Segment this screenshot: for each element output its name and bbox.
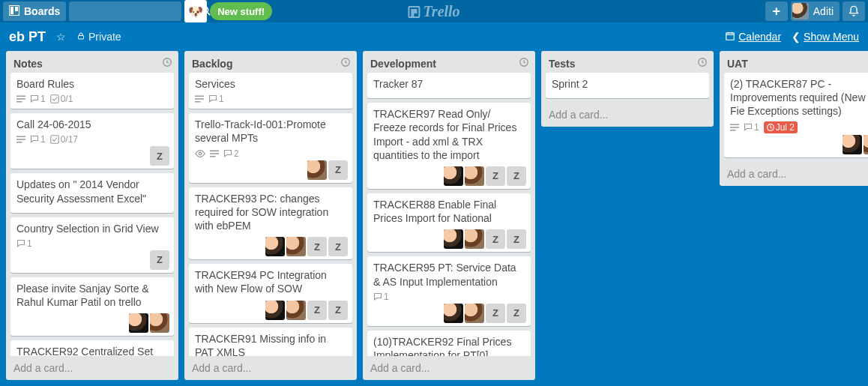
member-avatar[interactable] xyxy=(444,229,463,249)
add-card-button[interactable]: Add a card... xyxy=(184,356,357,380)
boards-label: Boards xyxy=(24,5,60,17)
list-cards: (2) TRACKER87 PC - Improvements required… xyxy=(720,73,868,162)
svg-rect-1 xyxy=(10,7,13,14)
card[interactable]: Sprint 2 xyxy=(546,73,709,98)
card[interactable]: TRACKER94 PC Integration with New Flow o… xyxy=(189,264,352,322)
card[interactable]: Services1 xyxy=(189,73,352,109)
member-initial[interactable]: Z xyxy=(486,166,505,186)
svg-point-23 xyxy=(199,152,202,155)
star-icon[interactable]: ☆ xyxy=(56,31,66,43)
svg-rect-25 xyxy=(210,153,219,154)
create-button[interactable]: + xyxy=(765,1,788,21)
card-members: Z xyxy=(150,146,169,166)
board-name[interactable]: eb PT xyxy=(9,29,46,45)
card[interactable]: Board Rules10/1 xyxy=(10,73,174,109)
list-header[interactable]: Notes xyxy=(6,51,178,73)
member-initial[interactable]: Z xyxy=(328,160,348,180)
card[interactable]: (10)TRACKER92 Final Prices Implementatio… xyxy=(367,331,531,356)
svg-rect-22 xyxy=(195,101,201,103)
member-initial[interactable]: Z xyxy=(307,237,327,256)
card[interactable]: (2) TRACKER87 PC - Improvements required… xyxy=(724,73,868,157)
svg-rect-6 xyxy=(726,32,735,39)
member-initial[interactable]: Z xyxy=(507,229,526,249)
list-menu-icon[interactable] xyxy=(340,57,351,70)
member-initial[interactable]: Z xyxy=(328,301,348,320)
card[interactable]: TRACKER95 PT: Service Data & AS Input Im… xyxy=(367,256,531,325)
member-avatar[interactable] xyxy=(465,166,484,186)
member-initial[interactable]: Z xyxy=(486,229,505,249)
add-card-button[interactable]: Add a card... xyxy=(720,162,868,186)
card[interactable]: Please invite Sanjay Sorte & Rahul Kumar… xyxy=(10,277,174,336)
list-header[interactable]: Development xyxy=(363,51,535,73)
list-menu-icon[interactable] xyxy=(162,57,172,70)
card[interactable]: TRACKER93 PC: changes required for SOW i… xyxy=(189,187,352,260)
member-avatar[interactable] xyxy=(150,313,169,333)
member-avatar[interactable] xyxy=(843,135,862,154)
logo[interactable]: Trello xyxy=(408,3,459,20)
member-avatar[interactable] xyxy=(444,304,463,323)
show-menu-link[interactable]: ❮ Show Menu xyxy=(792,31,859,43)
card[interactable]: TRACKER91 Missing info in PAT XMLSZ xyxy=(189,328,352,357)
member-avatar[interactable] xyxy=(286,237,306,256)
card[interactable]: Updates on " 2014 Vendor Security Assess… xyxy=(10,173,174,212)
list: NotesBoard Rules10/1Call 24-06-201510/17… xyxy=(6,51,178,380)
list-cards: Board Rules10/1Call 24-06-201510/17ZUpda… xyxy=(6,73,178,356)
add-card-button[interactable]: Add a card... xyxy=(363,356,535,380)
privacy-button[interactable]: Private xyxy=(76,31,121,43)
card-members xyxy=(129,313,169,333)
user-menu[interactable]: Aditi xyxy=(791,1,840,21)
add-card-button[interactable]: Add a card... xyxy=(541,103,714,127)
comments-badge: 1 xyxy=(16,238,32,249)
topbar-right: + Aditi xyxy=(765,1,865,21)
svg-rect-21 xyxy=(195,98,204,100)
svg-rect-18 xyxy=(50,136,58,144)
list-header[interactable]: Backlog xyxy=(184,51,357,73)
member-avatar[interactable] xyxy=(286,301,306,320)
member-avatar[interactable] xyxy=(265,301,285,320)
list-menu-icon[interactable] xyxy=(697,57,708,70)
add-card-button[interactable]: Add a card... xyxy=(6,356,178,380)
member-avatar[interactable] xyxy=(307,160,327,180)
card[interactable]: Country Selection in Grid View1Z xyxy=(10,217,174,273)
member-avatar[interactable] xyxy=(465,229,484,249)
new-stuff-badge[interactable]: New stuff! xyxy=(210,2,272,20)
card[interactable]: Trello-Track-Id-001:Promote several MPTs… xyxy=(189,113,352,182)
board-canvas: NotesBoard Rules10/1Call 24-06-201510/17… xyxy=(0,51,868,386)
member-initial[interactable]: Z xyxy=(328,237,348,256)
notifications-button[interactable] xyxy=(843,1,865,21)
member-initial[interactable]: Z xyxy=(150,250,169,270)
privacy-label: Private xyxy=(88,31,121,43)
checklist-badge: 0/1 xyxy=(50,94,73,104)
list-header[interactable]: Tests xyxy=(541,51,714,73)
boards-button[interactable]: Boards xyxy=(3,1,66,21)
card[interactable]: TRACKER97 Read Only/ Freeze records for … xyxy=(367,103,531,189)
member-avatar[interactable] xyxy=(444,166,463,186)
svg-rect-32 xyxy=(730,130,736,131)
card[interactable]: TRACKER92 Centralized Set Up Traffic xyxy=(10,340,174,356)
card-members: ZZ xyxy=(265,301,348,320)
member-initial[interactable]: Z xyxy=(150,146,169,166)
mascot-icon[interactable]: 🐶 xyxy=(184,0,207,22)
member-initial[interactable]: Z xyxy=(507,166,526,186)
description-icon xyxy=(210,149,219,158)
member-initial[interactable]: Z xyxy=(486,304,505,323)
search-box[interactable] xyxy=(69,1,181,21)
boards-icon xyxy=(9,5,19,18)
card[interactable]: Tracker 87 xyxy=(367,73,531,98)
member-avatar[interactable] xyxy=(864,135,868,154)
member-avatar[interactable] xyxy=(265,237,285,256)
member-avatar[interactable] xyxy=(129,313,148,333)
search-input[interactable] xyxy=(73,6,200,17)
card-title: Updates on " 2014 Vendor Security Assess… xyxy=(16,178,168,205)
card[interactable]: TRACKER88 Enable Final Prices Import for… xyxy=(367,193,531,252)
list-menu-icon[interactable] xyxy=(519,57,529,70)
svg-rect-24 xyxy=(210,150,219,151)
logo-text: Trello xyxy=(423,3,459,20)
list-header[interactable]: UAT xyxy=(720,51,868,73)
calendar-link[interactable]: Calendar xyxy=(725,31,781,43)
user-name: Aditi xyxy=(813,5,834,17)
member-initial[interactable]: Z xyxy=(307,301,327,320)
member-initial[interactable]: Z xyxy=(507,304,526,323)
card[interactable]: Call 24-06-201510/17Z xyxy=(10,113,174,169)
member-avatar[interactable] xyxy=(465,304,484,323)
